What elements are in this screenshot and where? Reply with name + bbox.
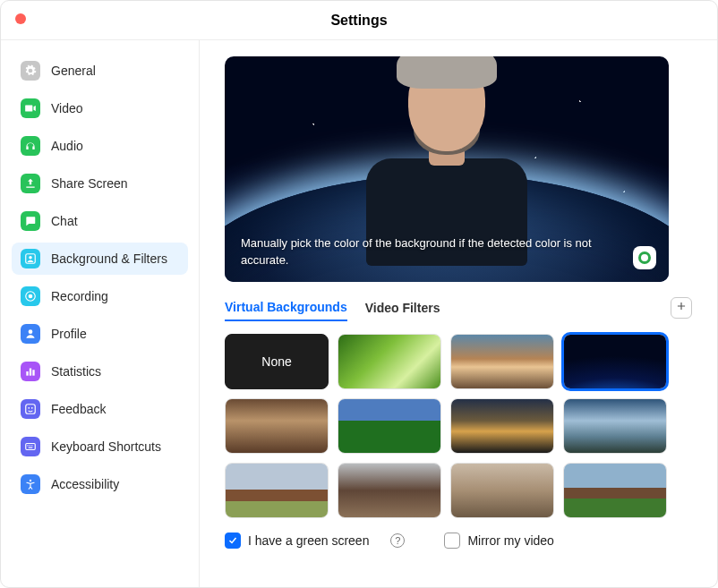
add-background-button[interactable] xyxy=(671,297,692,319)
settings-window: Settings General Video Audio xyxy=(0,0,718,588)
sidebar: General Video Audio Share Screen xyxy=(1,40,200,587)
sidebar-item-label: Feedback xyxy=(51,402,106,416)
sidebar-item-feedback[interactable]: Feedback xyxy=(12,393,188,425)
help-icon[interactable]: ? xyxy=(390,533,405,548)
person-box-icon xyxy=(21,249,40,268)
svg-rect-8 xyxy=(26,405,36,414)
color-picker-button[interactable] xyxy=(633,246,656,269)
sidebar-item-audio[interactable]: Audio xyxy=(12,130,188,162)
checkbox-unchecked-icon xyxy=(444,533,460,549)
record-icon xyxy=(21,286,40,306)
gear-icon xyxy=(21,61,40,81)
sidebar-item-label: Video xyxy=(51,101,83,115)
sidebar-item-background-filters[interactable]: Background & Filters xyxy=(12,243,188,275)
traffic-lights xyxy=(15,13,26,24)
video-preview: Manually pick the color of the backgroun… xyxy=(225,56,669,282)
sidebar-item-label: Keyboard Shortcuts xyxy=(51,439,161,454)
options-row: I have a green screen ? Mirror my video xyxy=(225,533,692,549)
sidebar-item-label: Profile xyxy=(51,327,87,341)
plus-icon xyxy=(675,300,688,316)
svg-rect-5 xyxy=(26,371,28,376)
sidebar-item-recording[interactable]: Recording xyxy=(12,280,188,312)
sidebar-item-accessibility[interactable]: Accessibility xyxy=(12,468,188,500)
svg-rect-11 xyxy=(26,444,36,450)
share-screen-icon xyxy=(21,174,40,193)
bg-option-bar[interactable] xyxy=(225,398,329,454)
sidebar-item-keyboard-shortcuts[interactable]: Keyboard Shortcuts xyxy=(12,430,188,463)
tab-virtual-backgrounds[interactable]: Virtual Backgrounds xyxy=(225,294,347,321)
close-window-button[interactable] xyxy=(15,13,26,24)
green-screen-label: I have a green screen xyxy=(248,533,369,548)
background-grid: None xyxy=(225,334,692,518)
titlebar: Settings xyxy=(1,1,717,40)
sidebar-item-profile[interactable]: Profile xyxy=(12,318,188,350)
body: General Video Audio Share Screen xyxy=(1,40,717,587)
bg-option-campus-tower[interactable] xyxy=(225,463,329,518)
bg-option-grass[interactable] xyxy=(338,334,441,389)
tab-video-filters[interactable]: Video Filters xyxy=(365,295,440,320)
bg-option-street[interactable] xyxy=(450,463,554,518)
svg-rect-14 xyxy=(31,445,32,446)
none-label: None xyxy=(261,354,291,369)
sidebar-item-share-screen[interactable]: Share Screen xyxy=(12,167,188,200)
svg-rect-13 xyxy=(30,445,30,446)
smile-icon xyxy=(21,399,40,419)
chat-icon xyxy=(21,211,40,231)
sidebar-item-general[interactable]: General xyxy=(12,55,188,87)
svg-point-10 xyxy=(31,407,33,409)
bg-option-lake[interactable] xyxy=(563,398,667,454)
accessibility-icon xyxy=(21,474,40,494)
sidebar-item-label: Accessibility xyxy=(51,477,119,491)
bg-option-golden-gate[interactable] xyxy=(450,334,554,389)
sidebar-item-label: Audio xyxy=(51,139,83,153)
bg-option-none[interactable]: None xyxy=(225,334,329,389)
bg-option-campus-lawn[interactable] xyxy=(563,463,667,518)
color-swatch-icon xyxy=(638,251,651,264)
profile-icon xyxy=(21,324,40,344)
main-panel: Manually pick the color of the backgroun… xyxy=(200,40,717,587)
bg-option-rainbow[interactable] xyxy=(338,398,441,454)
sidebar-item-statistics[interactable]: Statistics xyxy=(12,355,188,388)
keyboard-icon xyxy=(21,437,40,456)
sidebar-item-label: General xyxy=(51,64,96,78)
stats-icon xyxy=(21,362,40,381)
svg-point-9 xyxy=(28,407,30,409)
svg-rect-7 xyxy=(32,370,34,375)
sidebar-item-chat[interactable]: Chat xyxy=(12,205,188,237)
svg-rect-12 xyxy=(28,445,29,446)
svg-rect-15 xyxy=(29,447,33,448)
sidebar-item-label: Statistics xyxy=(51,364,101,379)
bg-option-cafe[interactable] xyxy=(338,463,441,518)
svg-point-4 xyxy=(29,329,33,334)
sidebar-item-video[interactable]: Video xyxy=(12,92,188,124)
mirror-label: Mirror my video xyxy=(467,533,553,548)
sidebar-item-label: Background & Filters xyxy=(51,251,167,266)
svg-rect-6 xyxy=(30,369,31,376)
svg-point-3 xyxy=(29,294,33,299)
bg-option-earth[interactable] xyxy=(563,334,667,389)
svg-point-1 xyxy=(29,256,32,260)
preview-hint-text: Manually pick the color of the backgroun… xyxy=(241,235,606,269)
headphones-icon xyxy=(21,136,40,156)
sidebar-item-label: Recording xyxy=(51,289,108,303)
svg-point-16 xyxy=(30,480,31,481)
video-icon xyxy=(21,98,40,118)
checkbox-checked-icon xyxy=(225,533,241,549)
green-screen-checkbox[interactable]: I have a green screen xyxy=(225,533,369,549)
bg-option-sunset[interactable] xyxy=(450,398,554,454)
mirror-video-checkbox[interactable]: Mirror my video xyxy=(444,533,553,549)
window-title: Settings xyxy=(330,13,387,29)
sidebar-item-label: Share Screen xyxy=(51,176,128,191)
tabs: Virtual Backgrounds Video Filters xyxy=(225,294,692,321)
sidebar-item-label: Chat xyxy=(51,214,78,228)
